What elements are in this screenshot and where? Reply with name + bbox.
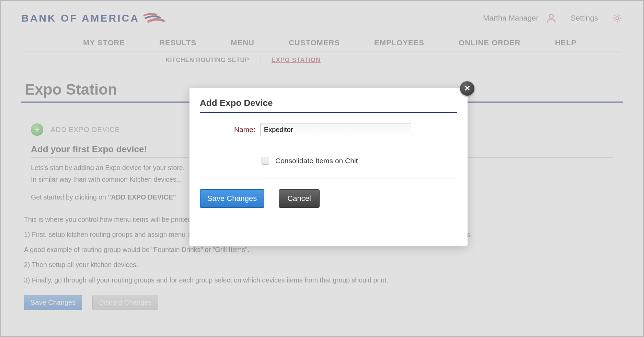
name-label: Name: [234, 125, 255, 134]
modal-name-row: Name: [234, 123, 457, 136]
modal-separator [200, 179, 457, 179]
modal-cancel-button[interactable]: Cancel [279, 189, 319, 208]
close-icon: ✕ [464, 84, 470, 93]
modal-close-button[interactable]: ✕ [460, 81, 474, 96]
modal-save-button[interactable]: Save Changes [200, 189, 264, 208]
consolidate-checkbox[interactable] [262, 157, 269, 165]
modal-buttons: Save Changes Cancel [200, 189, 457, 208]
name-input[interactable] [260, 123, 411, 136]
modal-consolidate-row[interactable]: Consolidate Items on Chit [262, 157, 457, 165]
consolidate-label: Consolidate Items on Chit [275, 157, 358, 165]
add-expo-device-modal: ✕ Add Expo Device Name: Consolidate Item… [189, 88, 468, 246]
modal-title: Add Expo Device [200, 98, 457, 113]
app-window: BANK OF AMERICA Martha Manager [0, 0, 644, 337]
